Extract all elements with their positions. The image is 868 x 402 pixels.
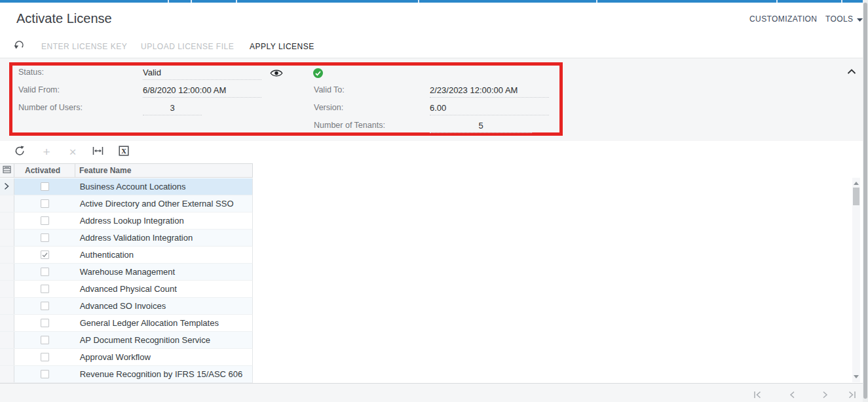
activated-checkbox[interactable] [41,370,49,378]
row-selector-cell[interactable] [0,298,14,314]
first-page-icon [753,390,762,401]
first-page-button[interactable] [753,390,763,397]
activated-cell[interactable] [14,315,75,331]
activated-cell[interactable] [14,195,75,212]
grid-scrollbar-thumb[interactable] [853,188,859,205]
activated-checkbox[interactable] [41,251,49,259]
row-selector-cell[interactable] [0,281,14,297]
number-of-users-label: Number of Users: [18,103,83,112]
row-selector-cell[interactable] [0,315,14,331]
row-selector-cell[interactable] [0,230,14,246]
activated-cell[interactable] [14,349,75,365]
add-icon: + [43,147,50,157]
table-row[interactable]: Authentication [0,247,253,264]
column-header-activated[interactable]: Activated [14,164,75,177]
activated-checkbox[interactable] [41,336,49,344]
feature-name: Warehouse Management [75,264,252,280]
enter-license-key-button[interactable]: ENTER LICENSE KEY [41,42,127,51]
activated-checkbox[interactable] [41,182,49,191]
row-selector-cell[interactable] [0,332,14,348]
table-row[interactable]: Revenue Recognition by IFRS 15/ASC 606 [0,366,253,383]
last-page-button[interactable] [848,390,857,397]
collapse-panel-button[interactable] [847,66,858,73]
table-row[interactable]: Approval Workflow [0,349,253,366]
column-header-feature-name[interactable]: Feature Name [75,164,253,177]
page-scrollbar[interactable] [863,0,868,402]
prev-page-button[interactable] [788,390,797,397]
activated-cell[interactable] [14,264,75,280]
table-row[interactable]: Business Account Locations [0,178,253,195]
row-selector-cell[interactable] [0,178,14,195]
grid-settings-button[interactable] [0,164,14,177]
feature-name: Advanced SO Invoices [75,298,252,314]
delete-row-button: × [67,146,79,158]
apply-license-button[interactable]: APPLY LICENSE [250,42,314,51]
activated-cell[interactable] [14,230,75,246]
top-accent-bar [0,0,863,3]
undo-button[interactable] [13,39,26,52]
customization-link[interactable]: CUSTOMIZATION [749,14,817,24]
activated-cell[interactable] [14,212,75,229]
version-label: Version: [314,103,343,112]
refresh-button[interactable] [14,146,26,158]
activated-checkbox[interactable] [41,319,49,327]
table-row[interactable]: AP Document Recognition Service [0,332,253,349]
grid-scrollbar[interactable] [852,178,860,382]
svg-text:X: X [121,148,126,155]
activated-cell[interactable] [14,366,75,382]
table-row[interactable]: Advanced SO Invoices [0,298,253,315]
table-body: Business Account LocationsActive Directo… [0,178,253,383]
fit-width-button[interactable] [92,146,104,158]
number-of-tenants-label: Number of Tenants: [314,121,385,130]
activated-checkbox[interactable] [41,216,49,225]
grid-toolbar: + × X [0,141,863,163]
table-row[interactable]: Advanced Physical Count [0,281,253,298]
fit-width-icon [92,146,104,158]
eye-icon[interactable] [270,68,283,80]
tools-label: TOOLS [825,14,853,24]
table-row[interactable]: Active Directory and Other External SSO [0,195,253,212]
row-selector-cell[interactable] [0,247,14,263]
activated-checkbox[interactable] [41,285,49,293]
upload-license-file-button[interactable]: UPLOAD LICENSE FILE [141,42,234,51]
number-of-users-value: 3 [143,103,202,115]
feature-name: Revenue Recognition by IFRS 15/ASC 606 [75,366,252,382]
valid-from-label: Valid From: [18,85,60,94]
row-selector-cell[interactable] [0,366,14,382]
refresh-icon [14,146,25,159]
export-excel-icon: X [119,146,129,159]
page-title: Activate License [16,11,112,26]
scroll-down-icon[interactable] [854,375,859,378]
row-selector-cell[interactable] [0,212,14,229]
activated-cell[interactable] [14,281,75,297]
activated-cell[interactable] [14,332,75,348]
table-row[interactable]: Address Validation Integration [0,230,253,247]
table-row[interactable]: Warehouse Management [0,264,253,281]
activated-cell[interactable] [14,247,75,263]
feature-name: Approval Workflow [75,349,252,365]
activated-checkbox[interactable] [41,233,49,242]
activated-cell[interactable] [14,298,75,314]
feature-name: General Ledger Allocation Templates [75,315,252,331]
table-row[interactable]: Address Lookup Integration [0,212,253,230]
feature-name: Authentication [75,247,252,263]
next-page-button[interactable] [821,390,830,397]
tools-menu[interactable]: TOOLS [825,14,863,24]
activated-checkbox[interactable] [41,302,49,310]
activated-checkbox[interactable] [41,199,49,208]
status-ok-icon [313,68,323,78]
status-label: Status: [18,68,44,77]
activated-checkbox[interactable] [41,353,49,361]
row-selector-cell[interactable] [0,349,14,365]
add-row-button: + [41,146,52,158]
row-selector-cell[interactable] [0,264,14,280]
activated-checkbox[interactable] [41,268,49,276]
row-selector-cell[interactable] [0,195,14,212]
grid-footer [0,383,863,402]
page-scrollbar-thumb[interactable] [863,3,867,399]
table-row[interactable]: General Ledger Allocation Templates [0,315,253,332]
export-excel-button[interactable]: X [118,146,130,158]
version-value: 6.00 [430,103,549,115]
scroll-up-icon[interactable] [854,182,859,185]
activated-cell[interactable] [14,178,75,195]
